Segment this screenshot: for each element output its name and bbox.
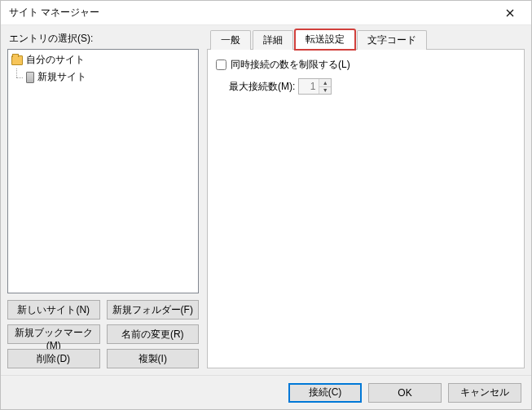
spinner-up-icon[interactable]: ▲ (319, 79, 331, 86)
new-bookmark-button[interactable]: 新規ブックマーク(M) (7, 324, 100, 344)
cancel-button[interactable]: キャンセル (448, 383, 521, 403)
max-connections-spinner[interactable]: 1 ▲ ▼ (298, 78, 332, 95)
delete-button[interactable]: 削除(D) (7, 349, 100, 368)
limit-connections-checkbox[interactable] (216, 60, 226, 70)
close-icon[interactable] (494, 2, 526, 24)
server-icon (26, 72, 34, 83)
limit-connections-row[interactable]: 同時接続の数を制限する(L) (216, 58, 516, 72)
right-panel: 一般 詳細 転送設定 文字コード 同時接続の数を制限する(L) 最大接続数(M)… (207, 30, 525, 368)
window-title: サイト マネージャー (9, 6, 494, 20)
limit-connections-label: 同時接続の数を制限する(L) (231, 58, 350, 72)
new-folder-button[interactable]: 新規フォルダー(F) (107, 300, 200, 320)
dialog-body: エントリの選択(S): 自分のサイト 新規サイト 新しいサイト(N) 新規フォル… (1, 25, 531, 409)
connect-button[interactable]: 接続(C) (288, 383, 362, 403)
tab-content-transfer: 同時接続の数を制限する(L) 最大接続数(M): 1 ▲ ▼ (207, 49, 525, 368)
entry-select-label: エントリの選択(S): (9, 32, 199, 46)
site-manager-dialog: サイト マネージャー エントリの選択(S): 自分のサイト 新規サイト (0, 0, 532, 410)
tree-root-label: 自分のサイト (26, 53, 85, 67)
tab-charset[interactable]: 文字コード (357, 30, 427, 50)
tab-general[interactable]: 一般 (210, 30, 251, 50)
tab-transfer[interactable]: 転送設定 (295, 29, 355, 50)
spinner-down-icon[interactable]: ▼ (319, 86, 331, 95)
max-connections-row: 最大接続数(M): 1 ▲ ▼ (229, 78, 516, 95)
tree-item[interactable]: 新規サイト (10, 68, 196, 86)
left-buttons: 新しいサイト(N) 新規フォルダー(F) 新規ブックマーク(M) 名前の変更(R… (7, 300, 199, 368)
max-connections-label: 最大接続数(M): (229, 80, 295, 94)
site-tree[interactable]: 自分のサイト 新規サイト (7, 49, 199, 293)
tree-item-label: 新規サイト (37, 70, 86, 84)
tab-bar: 一般 詳細 転送設定 文字コード (207, 30, 525, 50)
main-area: エントリの選択(S): 自分のサイト 新規サイト 新しいサイト(N) 新規フォル… (1, 25, 531, 375)
tab-advanced[interactable]: 詳細 (253, 30, 293, 50)
ok-button[interactable]: OK (368, 383, 442, 403)
duplicate-button[interactable]: 複製(I) (107, 349, 200, 368)
left-panel: エントリの選択(S): 自分のサイト 新規サイト 新しいサイト(N) 新規フォル… (7, 30, 199, 368)
rename-button[interactable]: 名前の変更(R) (107, 324, 200, 344)
folder-icon (11, 55, 23, 65)
new-site-button[interactable]: 新しいサイト(N) (7, 300, 100, 320)
tree-root[interactable]: 自分のサイト (10, 51, 196, 68)
titlebar: サイト マネージャー (1, 1, 531, 25)
dialog-button-bar: 接続(C) OK キャンセル (1, 375, 531, 409)
max-connections-value: 1 (299, 79, 319, 94)
